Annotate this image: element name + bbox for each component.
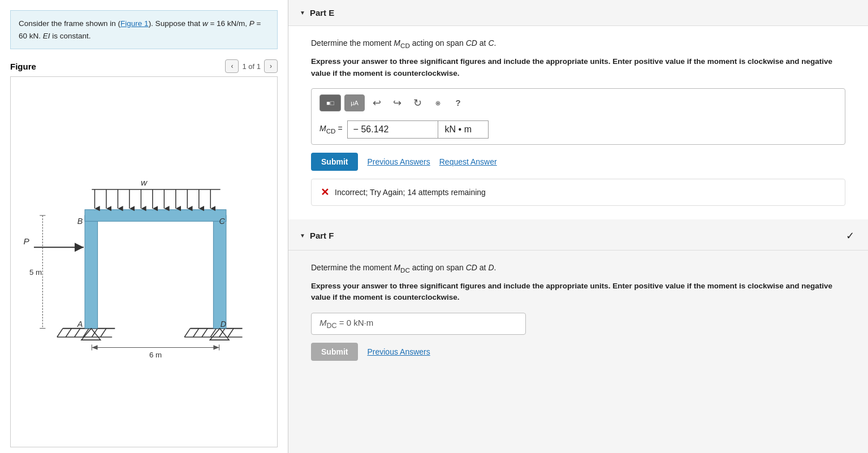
left-panel: Consider the frame shown in (Figure 1). … bbox=[0, 0, 288, 453]
figure-link[interactable]: Figure 1 bbox=[120, 19, 149, 28]
part-f-input-display: MDC = 0 kN·m bbox=[311, 313, 526, 335]
figure-page: 1 of 1 bbox=[242, 62, 261, 71]
svg-line-14 bbox=[228, 329, 234, 337]
svg-rect-18 bbox=[85, 210, 226, 221]
part-e-toolbar: ■□ μA ↩ ↪ ↻ ⎈ ? bbox=[319, 94, 837, 115]
svg-line-9 bbox=[184, 329, 190, 337]
problem-statement: Consider the frame shown in (Figure 1). … bbox=[10, 10, 278, 49]
svg-line-10 bbox=[193, 329, 199, 337]
svg-text:C: C bbox=[219, 217, 226, 226]
part-f-action-row: Submit Previous Answers bbox=[311, 343, 845, 361]
part-e-feedback: ✕ Incorrect; Try Again; 14 attempts rema… bbox=[311, 179, 845, 206]
part-e-input-label: MCD = bbox=[319, 124, 343, 135]
next-figure-btn[interactable]: › bbox=[264, 59, 278, 73]
format-btn-1[interactable]: ■□ bbox=[319, 94, 341, 111]
part-e-prev-answers-btn[interactable]: Previous Answers bbox=[367, 157, 430, 166]
figure-header: Figure ‹ 1 of 1 › bbox=[10, 59, 278, 73]
part-e-unit: kN • m bbox=[438, 120, 489, 139]
part-e-input-row: MCD = kN • m bbox=[319, 120, 837, 139]
part-e-instructions: Express your answer to three significant… bbox=[311, 56, 845, 79]
part-e-triangle: ▼ bbox=[300, 10, 305, 16]
part-f-content: Determine the moment MDC acting on span … bbox=[288, 251, 868, 382]
reset-btn[interactable]: ↻ bbox=[409, 95, 426, 111]
feedback-x-icon: ✕ bbox=[321, 186, 329, 199]
figure-canvas: w P B C A D 5 m bbox=[10, 76, 278, 447]
part-f-submit-btn[interactable]: Submit bbox=[311, 343, 358, 361]
part-e-section: ▼ Part E Determine the moment MCD acting… bbox=[288, 0, 868, 219]
part-e-description: Determine the moment MCD acting on span … bbox=[311, 37, 845, 50]
svg-text:w: w bbox=[141, 178, 148, 187]
part-e-label: Part E bbox=[310, 8, 334, 18]
part-e-header[interactable]: ▼ Part E bbox=[288, 0, 868, 26]
svg-line-11 bbox=[202, 329, 208, 337]
part-f-header[interactable]: ▼ Part F ✓ bbox=[288, 222, 868, 251]
part-f-header-left: ▼ Part F bbox=[300, 231, 334, 240]
svg-line-3 bbox=[75, 329, 80, 337]
part-f-prev-answers-btn[interactable]: Previous Answers bbox=[367, 347, 430, 356]
part-f-triangle: ▼ bbox=[300, 232, 305, 239]
svg-line-1 bbox=[57, 329, 63, 337]
svg-text:B: B bbox=[77, 217, 83, 226]
figure-nav: ‹ 1 of 1 › bbox=[225, 59, 278, 73]
right-panel: ▼ Part E Determine the moment MCD acting… bbox=[288, 0, 868, 453]
part-f-instructions: Express your answer to three significant… bbox=[311, 281, 845, 304]
svg-marker-46 bbox=[213, 346, 219, 350]
part-e-submit-btn[interactable]: Submit bbox=[311, 153, 358, 171]
svg-rect-16 bbox=[85, 215, 98, 329]
prev-figure-btn[interactable]: ‹ bbox=[225, 59, 239, 73]
part-e-answer-box: ■□ μA ↩ ↪ ↻ ⎈ ? MCD = kN • m bbox=[311, 88, 845, 145]
svg-line-13 bbox=[219, 329, 225, 337]
feedback-text: Incorrect; Try Again; 14 attempts remain… bbox=[335, 188, 486, 197]
part-f-checkmark: ✓ bbox=[846, 230, 854, 242]
figure-section: Figure ‹ 1 of 1 › bbox=[0, 55, 288, 453]
svg-marker-45 bbox=[92, 346, 97, 350]
svg-text:6 m: 6 m bbox=[149, 351, 162, 359]
svg-text:5 m: 5 m bbox=[29, 269, 42, 277]
svg-line-6 bbox=[101, 329, 106, 337]
svg-text:D: D bbox=[221, 320, 226, 329]
part-e-action-row: Submit Previous Answers Request Answer bbox=[311, 153, 845, 171]
undo-btn[interactable]: ↩ bbox=[368, 95, 385, 111]
part-e-value-input[interactable] bbox=[347, 120, 438, 139]
svg-text:P: P bbox=[24, 236, 30, 246]
help-btn[interactable]: ? bbox=[450, 95, 467, 111]
redo-btn[interactable]: ↪ bbox=[388, 95, 405, 111]
part-e-request-answer-btn[interactable]: Request Answer bbox=[439, 157, 497, 166]
part-e-content: Determine the moment MCD acting on span … bbox=[288, 26, 868, 219]
part-f-input-label: MDC = 0 kN·m bbox=[319, 318, 373, 330]
part-f-label: Part F bbox=[310, 231, 334, 240]
part-f-description: Determine the moment MDC acting on span … bbox=[311, 262, 845, 275]
svg-text:A: A bbox=[77, 320, 83, 329]
part-f-section: ▼ Part F ✓ Determine the moment MDC acti… bbox=[288, 222, 868, 382]
svg-line-2 bbox=[66, 329, 71, 337]
format-btn-2[interactable]: μA bbox=[344, 94, 365, 111]
svg-marker-48 bbox=[81, 329, 101, 340]
svg-rect-17 bbox=[213, 215, 226, 329]
figure-svg: w P B C A D 5 m bbox=[11, 77, 277, 447]
keyboard-btn[interactable]: ⎈ bbox=[429, 95, 446, 111]
figure-title: Figure bbox=[10, 62, 36, 71]
